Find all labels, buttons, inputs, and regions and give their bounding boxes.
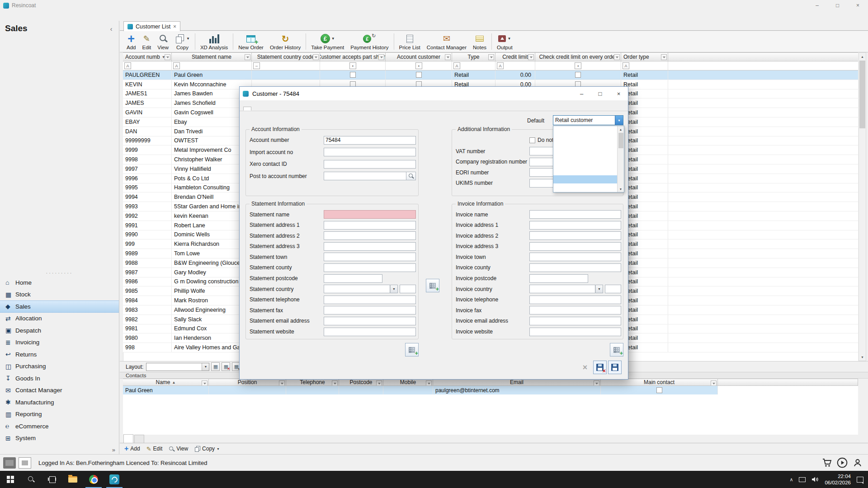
- dropdown-option[interactable]: [553, 127, 617, 135]
- dropdown-option[interactable]: [553, 167, 617, 175]
- account-number-input[interactable]: [324, 136, 416, 145]
- filter-icon[interactable]: [426, 380, 432, 386]
- sidebar-module[interactable]: ↩ Returns: [0, 348, 119, 361]
- output-button[interactable]: ▼ Output: [494, 33, 516, 51]
- dropdown-caret-icon[interactable]: ▼: [331, 37, 335, 41]
- column-header-order-type[interactable]: Order type: [621, 52, 668, 61]
- scrollbar-thumb[interactable]: [859, 61, 865, 128]
- checkbox[interactable]: [416, 72, 422, 78]
- taskbar-clock[interactable]: 22:04 06/02/2026: [825, 473, 851, 486]
- text-input[interactable]: [529, 242, 621, 251]
- sidebar-link[interactable]: [0, 69, 119, 79]
- dropdown-option[interactable]: [553, 183, 617, 192]
- text-input[interactable]: [324, 242, 416, 251]
- chrome-button[interactable]: [83, 471, 104, 488]
- resincoat-app-button[interactable]: [104, 471, 125, 488]
- scroll-up-icon[interactable]: ▲: [859, 53, 866, 60]
- text-input[interactable]: [529, 285, 595, 293]
- close-button[interactable]: ×: [848, 0, 868, 11]
- sidebar-module[interactable]: ⇄ Allocation: [0, 313, 119, 325]
- volume-tray-icon[interactable]: [811, 476, 819, 483]
- text-input[interactable]: [529, 231, 621, 240]
- column-header-email[interactable]: Email: [433, 379, 601, 386]
- text-input[interactable]: [324, 328, 416, 336]
- text-input[interactable]: [324, 274, 382, 283]
- file-explorer-button[interactable]: [62, 471, 83, 488]
- sidebar-link[interactable]: [0, 49, 119, 59]
- new-order-button[interactable]: New Order: [235, 33, 267, 51]
- combobox-arrow-icon[interactable]: ▼: [615, 116, 623, 125]
- column-header-main-contact[interactable]: Main contact: [601, 379, 718, 386]
- edit-button[interactable]: ✎ Edit: [139, 33, 154, 51]
- filter-icon[interactable]: [376, 380, 382, 386]
- xd-analysis-button[interactable]: XD Analysis: [197, 33, 231, 51]
- column-header-statement-name[interactable]: Statement name: [172, 52, 252, 61]
- copy-button[interactable]: ▼ Copy: [172, 33, 193, 51]
- contact-manager-button[interactable]: ✉ Contact Manager: [424, 33, 470, 51]
- filter-cell[interactable]: ▪: [386, 61, 452, 70]
- add-country-button[interactable]: [426, 279, 439, 292]
- scroll-down-icon[interactable]: ▼: [619, 186, 622, 192]
- contact-copy-button[interactable]: Copy▼: [194, 446, 220, 452]
- vertical-scrollbar[interactable]: ▲ ▼: [859, 52, 866, 361]
- dialog-tab[interactable]: [276, 107, 284, 111]
- contact-view-button[interactable]: View: [169, 446, 188, 452]
- bottom-tab[interactable]: [134, 435, 144, 443]
- do-not-checkbox[interactable]: [529, 137, 535, 143]
- sidebar-module[interactable]: ▣ Despatch: [0, 324, 119, 337]
- dialog-tab[interactable]: [284, 107, 292, 111]
- sidebar-module[interactable]: ✱ Manufacturing: [0, 396, 119, 408]
- column-header-telephone[interactable]: Telephone: [286, 379, 339, 386]
- dropdown-arrow-icon[interactable]: ▼: [595, 285, 603, 293]
- view-button[interactable]: View: [154, 33, 172, 51]
- dialog-maximize-button[interactable]: □: [591, 87, 609, 100]
- sidebar-module[interactable]: ◆ Sales: [0, 300, 119, 313]
- checkbox[interactable]: [350, 72, 356, 78]
- minimize-button[interactable]: –: [807, 0, 827, 11]
- text-input[interactable]: [529, 328, 621, 336]
- text-input[interactable]: [324, 231, 416, 240]
- filter-icon[interactable]: [594, 380, 599, 386]
- contact-row[interactable]: Paul Green paulgreen@btinternet.com: [123, 386, 858, 394]
- column-header-account-number[interactable]: Account numb▼: [123, 52, 172, 61]
- dialog-tab[interactable]: [268, 107, 276, 111]
- filter-cell[interactable]: A: [172, 61, 252, 70]
- taskbar-search-button[interactable]: [21, 471, 42, 488]
- filter-icon[interactable]: [445, 54, 451, 60]
- filter-icon[interactable]: [488, 54, 494, 60]
- filter-icon[interactable]: [528, 54, 534, 60]
- notification-center-icon[interactable]: [857, 477, 863, 483]
- scrollbar-thumb[interactable]: [618, 133, 623, 148]
- sidebar-collapse-icon[interactable]: ‹: [107, 24, 115, 33]
- column-header-type[interactable]: Type: [452, 52, 495, 61]
- text-input[interactable]: [529, 210, 621, 219]
- sidebar-module[interactable]: ▦ Stock: [0, 289, 119, 301]
- sidebar-link[interactable]: [0, 89, 119, 99]
- discard-button[interactable]: ×: [578, 361, 592, 374]
- filter-icon[interactable]: [332, 380, 338, 386]
- dropdown-option[interactable]: [553, 159, 617, 167]
- filter-icon[interactable]: [165, 54, 170, 60]
- save-close-button[interactable]: ×: [593, 361, 607, 374]
- tray-expand-icon[interactable]: ∧: [789, 477, 793, 483]
- default-type-combobox[interactable]: Retail customer ▼: [553, 115, 623, 125]
- take-payment-button[interactable]: £▼ Take Payment: [308, 33, 347, 51]
- dialog-tab[interactable]: [316, 107, 325, 111]
- text-input[interactable]: [324, 263, 416, 272]
- dropdown-caret-icon[interactable]: ▼: [186, 37, 190, 41]
- text-input[interactable]: [324, 210, 416, 219]
- display-tray-icon[interactable]: [799, 477, 806, 482]
- layout-combobox[interactable]: ▼: [146, 363, 209, 371]
- text-input[interactable]: [324, 221, 416, 230]
- sidebar-module[interactable]: ↧ Goods In: [0, 372, 119, 385]
- sidebar-module[interactable]: ≣ Invoicing: [0, 337, 119, 349]
- start-button[interactable]: [0, 471, 21, 488]
- maximize-button[interactable]: □: [827, 0, 848, 11]
- import-account-no-input[interactable]: [324, 148, 416, 156]
- dialog-tab[interactable]: [308, 107, 316, 111]
- sidebar-link[interactable]: [0, 79, 119, 89]
- sidebar-expand-icon[interactable]: »: [112, 446, 115, 453]
- dropdown-option[interactable]: [553, 151, 617, 159]
- sidebar-module[interactable]: ✉ Contact Manager: [0, 385, 119, 397]
- filter-cell[interactable]: A: [123, 61, 172, 70]
